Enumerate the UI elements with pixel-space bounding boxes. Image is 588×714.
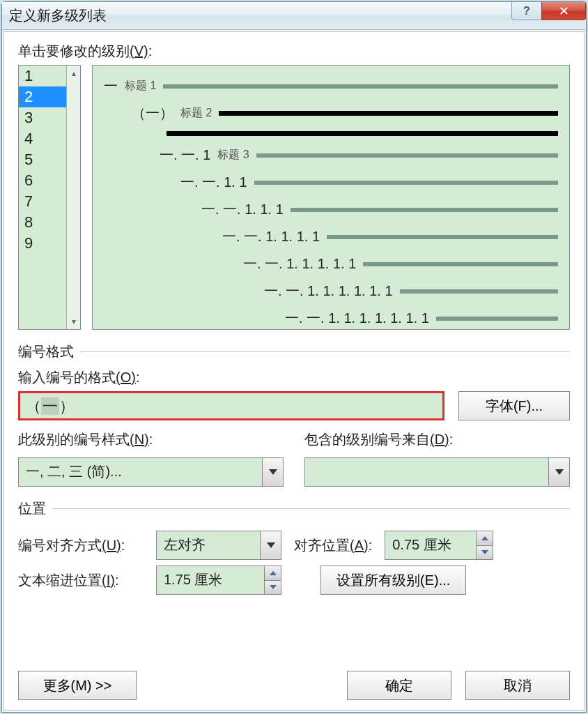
preview-number: 一. 一. 1. 1. 1. 1 <box>222 227 320 246</box>
indent-spinner[interactable]: 1.75 厘米 <box>156 565 281 595</box>
indent-label: 文本缩进位置(I): <box>18 571 144 590</box>
preview-number: 一. 一. 1 <box>160 146 210 165</box>
number-format-legend: 编号格式 <box>18 342 79 361</box>
dialog-client: 单击要修改的级别(V): 123456789 ▴ ▾ 一标题 1（一）标题 2一… <box>3 31 585 711</box>
preview-row: 一. 一. 1. 1. 1. 1 <box>104 227 558 246</box>
align-combo[interactable]: 左对齐 <box>156 531 281 560</box>
level-item[interactable]: 7 <box>19 191 66 212</box>
format-input-label: 输入编号的格式(O): <box>18 368 570 387</box>
include-label: 包含的级别编号来自(D): <box>304 430 570 449</box>
preview-title: 标题 1 <box>125 79 156 93</box>
dropdown-icon[interactable] <box>260 531 281 559</box>
alignpos-spinner[interactable]: 0.75 厘米 <box>385 531 493 560</box>
position-legend: 位置 <box>18 499 52 518</box>
level-list[interactable]: 123456789 ▴ ▾ <box>18 65 81 330</box>
dropdown-icon[interactable] <box>548 458 569 486</box>
preview-number: 一. 一. 1. 1. 1. 1. 1. 1 <box>264 282 393 301</box>
preview-bar <box>363 262 558 266</box>
preview-number: 一 <box>104 77 118 96</box>
more-button[interactable]: 更多(M) >> <box>18 671 137 700</box>
number-format-input[interactable]: （一） <box>18 391 444 420</box>
preview-row: 一. 一. 1. 1. 1. 1. 1. 1 <box>104 282 558 301</box>
preview-bar <box>400 289 558 294</box>
preview-bar <box>436 317 558 321</box>
level-item[interactable]: 9 <box>19 233 66 254</box>
level-item[interactable]: 6 <box>19 170 66 191</box>
ok-button[interactable]: 确定 <box>347 671 451 700</box>
style-label: 此级别的编号样式(N): <box>18 430 284 449</box>
preview-row: 一. 一. 1. 1 <box>104 173 558 192</box>
preview-bar <box>219 111 558 116</box>
close-button[interactable]: ✕ <box>541 2 586 20</box>
preview-bar <box>256 153 558 158</box>
number-style-combo[interactable]: 一, 二, 三 (简)... <box>18 457 284 487</box>
preview-number: 一. 一. 1. 1 <box>180 173 247 192</box>
level-section-label: 单击要修改的级别(V): <box>18 42 570 61</box>
preview-number: 一. 一. 1. 1. 1. 1. 1 <box>243 255 356 273</box>
number-format-group: 编号格式 输入编号的格式(O): （一） 字体(F)... 此级别的编号样式(N… <box>18 342 570 487</box>
preview-row: 一. 一. 1. 1. 1. 1. 1. 1. 1 <box>104 309 558 328</box>
alignpos-label: 对齐位置(A): <box>294 536 372 555</box>
preview-row: 一. 一. 1标题 3 <box>104 146 558 165</box>
preview-number: 一. 一. 1. 1. 1 <box>201 200 284 219</box>
preview-title: 标题 3 <box>217 148 249 162</box>
preview-bar <box>163 84 558 89</box>
dialog-window: 定义新多级列表 ? ✕ 单击要修改的级别(V): 123456789 ▴ ▾ 一… <box>1 1 587 713</box>
preview-row: （一）标题 2 <box>104 104 558 123</box>
spin-down-icon[interactable] <box>477 545 493 560</box>
preview-row: 一. 一. 1. 1. 1. 1. 1 <box>104 255 558 273</box>
spin-up-icon[interactable] <box>477 531 493 545</box>
level-item[interactable]: 5 <box>19 149 66 170</box>
spin-up-icon[interactable] <box>265 566 281 580</box>
scroll-down-icon[interactable]: ▾ <box>72 317 76 326</box>
preview-number: 一. 一. 1. 1. 1. 1. 1. 1. 1 <box>285 309 429 328</box>
level-scrollbar[interactable]: ▴ ▾ <box>66 66 80 329</box>
preview-panel: 一标题 1（一）标题 2一. 一. 1标题 3一. 一. 1. 1一. 一. 1… <box>92 65 570 330</box>
align-label: 编号对齐方式(U): <box>18 536 144 555</box>
include-level-combo[interactable] <box>304 457 570 487</box>
title-bar: 定义新多级列表 ? ✕ <box>2 2 586 30</box>
level-item[interactable]: 2 <box>19 86 66 107</box>
dropdown-icon[interactable] <box>262 458 283 486</box>
level-item[interactable]: 3 <box>19 107 66 128</box>
cancel-button[interactable]: 取消 <box>465 671 570 700</box>
preview-bar <box>167 131 558 136</box>
level-item[interactable]: 8 <box>19 212 66 233</box>
font-button[interactable]: 字体(F)... <box>458 391 570 420</box>
set-all-levels-button[interactable]: 设置所有级别(E)... <box>320 565 466 595</box>
preview-bar <box>291 208 558 212</box>
spin-down-icon[interactable] <box>265 580 281 595</box>
level-item[interactable]: 1 <box>19 66 66 86</box>
preview-bar <box>327 235 558 239</box>
preview-title: 标题 2 <box>180 106 212 121</box>
dialog-title: 定义新多级列表 <box>9 6 512 25</box>
level-item[interactable]: 4 <box>19 128 66 149</box>
preview-row: 一. 一. 1. 1. 1 <box>104 200 558 219</box>
preview-number: （一） <box>132 104 173 123</box>
preview-row: 一标题 1 <box>104 77 558 96</box>
scroll-up-icon[interactable]: ▴ <box>72 68 76 78</box>
position-group: 位置 编号对齐方式(U): 左对齐 对齐位置(A): 0.75 厘米 <box>18 499 570 595</box>
preview-bar <box>254 181 558 185</box>
help-button[interactable]: ? <box>511 2 542 20</box>
